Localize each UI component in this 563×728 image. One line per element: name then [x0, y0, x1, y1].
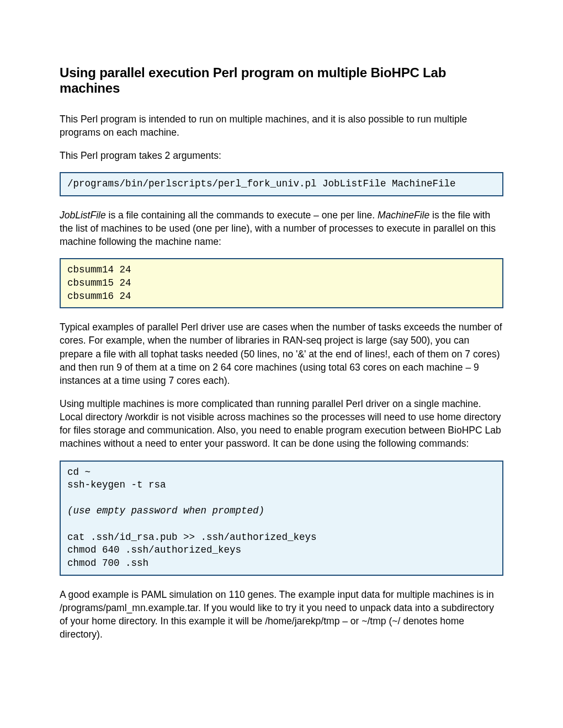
paragraph-multi-machine: Using multiple machines is more complica… [60, 397, 503, 451]
text-joblist-desc: is a file containing all the commands to… [106, 210, 378, 221]
paragraph-intro-1: This Perl program is intended to run on … [60, 113, 503, 139]
code-block-machines: cbsumm14 24 cbsumm15 24 cbsumm16 24 [60, 258, 503, 308]
code-block-command: /programs/bin/perlscripts/perl_fork_univ… [60, 172, 503, 196]
code-ssh-note: (use empty password when prompted) [67, 505, 264, 516]
term-joblistfile: JobListFile [60, 210, 106, 221]
code-ssh-part2: cat .ssh/id_rsa.pub >> .ssh/authorized_k… [67, 532, 317, 569]
paragraph-joblist: JobListFile is a file containing all the… [60, 208, 503, 248]
paragraph-intro-2: This Perl program takes 2 arguments: [60, 149, 503, 162]
paragraph-examples: Typical examples of parallel Perl driver… [60, 320, 503, 387]
code-block-ssh: cd ~ ssh-keygen -t rsa (use empty passwo… [60, 461, 503, 576]
paragraph-paml-example: A good example is PAML simulation on 110… [60, 588, 503, 641]
code-ssh-part1: cd ~ ssh-keygen -t rsa [67, 467, 166, 491]
page-title: Using parallel execution Perl program on… [60, 65, 503, 96]
term-machinefile: MachineFile [378, 210, 429, 221]
